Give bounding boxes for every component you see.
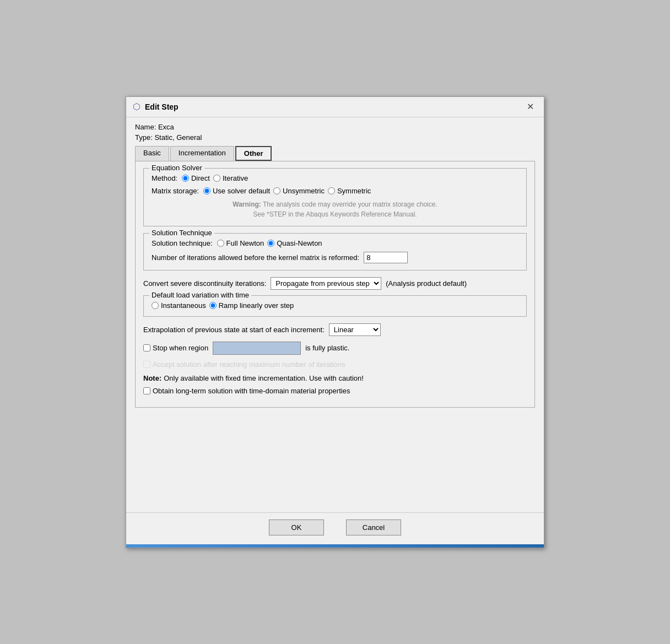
- method-label: Method:: [152, 174, 177, 182]
- technique-radio-group: Full Newton Quasi-Newton: [217, 239, 322, 247]
- warning-text1: The analysis code may override your matr…: [263, 201, 437, 208]
- extrapolation-dropdown[interactable]: Linear Parabolic None WaveForm: [329, 323, 381, 336]
- technique-row: Solution technique: Full Newton Quasi-Ne…: [152, 239, 518, 247]
- warning-label: Warning:: [233, 201, 261, 208]
- type-row: Type: Static, General: [135, 133, 535, 142]
- full-newton-option[interactable]: Full Newton: [217, 239, 264, 247]
- load-variation-radio-group: Instantaneous Ramp linearly over step: [152, 301, 294, 310]
- matrix-symmetric-radio[interactable]: [328, 187, 335, 194]
- method-direct-label: Direct: [191, 174, 210, 182]
- matrix-unsymmetric-radio[interactable]: [273, 187, 280, 194]
- load-variation-title: Default load variation with time: [149, 291, 251, 299]
- stop-region-label: Stop when region: [153, 344, 208, 352]
- extrapolation-label: Extrapolation of previous state at start…: [143, 326, 325, 334]
- ramp-linearly-label: Ramp linearly over step: [219, 301, 294, 310]
- accept-solution-label: Accept solution after reaching maximum n…: [143, 360, 345, 369]
- method-radio-group: Direct Iterative: [182, 174, 248, 182]
- matrix-radio-group: Use solver default Unsymmetric Symmetric: [203, 187, 371, 195]
- matrix-unsymmetric-label: Unsymmetric: [283, 187, 325, 195]
- type-label: Type:: [135, 133, 153, 142]
- dialog-icon: ⬡: [133, 101, 141, 112]
- tab-content-other: Equation Solver Method: Direct Iterative: [135, 161, 535, 408]
- tab-basic[interactable]: Basic: [135, 146, 169, 161]
- stop-region-suffix: is fully plastic.: [305, 344, 349, 352]
- tabs: Basic Incrementation Other: [135, 146, 535, 161]
- obtain-solution-row: Obtain long-term solution with time-doma…: [143, 387, 527, 395]
- type-value: Static, General: [154, 133, 202, 142]
- matrix-row: Matrix storage: Use solver default Unsym…: [152, 187, 518, 195]
- iterations-row: Number of iterations allowed before the …: [152, 252, 518, 263]
- technique-label: Solution technique:: [152, 239, 213, 247]
- edit-step-dialog: ⬡ Edit Step ✕ Name: Exca Type: Static, G…: [126, 96, 544, 548]
- tab-other[interactable]: Other: [235, 146, 272, 161]
- full-newton-label: Full Newton: [226, 239, 264, 247]
- ramp-linearly-option[interactable]: Ramp linearly over step: [209, 301, 294, 310]
- obtain-solution-label[interactable]: Obtain long-term solution with time-doma…: [143, 387, 350, 395]
- obtain-solution-text: Obtain long-term solution with time-doma…: [153, 387, 350, 395]
- method-direct-radio[interactable]: [182, 175, 189, 182]
- bottom-bar: [126, 544, 544, 548]
- solution-technique-group: Solution Technique Solution technique: F…: [143, 233, 527, 270]
- accept-solution-row: Accept solution after reaching maximum n…: [143, 360, 527, 369]
- convert-label: Convert severe discontinuity iterations:: [143, 279, 266, 288]
- full-newton-radio[interactable]: [217, 240, 224, 247]
- ramp-linearly-radio[interactable]: [209, 302, 217, 309]
- equation-solver-title: Equation Solver: [149, 164, 204, 172]
- warning-text2: See *STEP in the Abaqus Keywords Referen…: [253, 210, 417, 218]
- matrix-symmetric-option[interactable]: Symmetric: [328, 187, 371, 195]
- cancel-button[interactable]: Cancel: [346, 519, 401, 535]
- load-variation-row: Instantaneous Ramp linearly over step: [152, 301, 518, 310]
- iterations-label: Number of iterations allowed before the …: [152, 253, 359, 262]
- ok-button[interactable]: OK: [269, 519, 324, 535]
- convert-row: Convert severe discontinuity iterations:…: [143, 277, 527, 290]
- extrapolation-row: Extrapolation of previous state at start…: [143, 323, 527, 336]
- name-label: Name:: [135, 123, 156, 131]
- stop-region-checkbox-label[interactable]: Stop when region: [143, 344, 208, 352]
- dialog-body: Name: Exca Type: Static, General Basic I…: [126, 117, 544, 512]
- title-bar: ⬡ Edit Step ✕: [126, 97, 544, 117]
- matrix-symmetric-label: Symmetric: [337, 187, 371, 195]
- note-label: Note:: [143, 374, 161, 382]
- note-text: Only available with fixed time increment…: [164, 374, 364, 382]
- accept-solution-checkbox: [143, 361, 150, 368]
- analysis-default-text: (Analysis product default): [386, 279, 467, 288]
- solution-technique-title: Solution Technique: [149, 229, 214, 237]
- dialog-title: Edit Step: [145, 102, 179, 111]
- stop-region-row: Stop when region is fully plastic.: [143, 342, 527, 355]
- quasi-newton-radio[interactable]: [267, 240, 274, 247]
- instantaneous-option[interactable]: Instantaneous: [152, 301, 206, 310]
- instantaneous-radio[interactable]: [152, 302, 159, 309]
- method-iterative-radio[interactable]: [213, 175, 220, 182]
- quasi-newton-label: Quasi-Newton: [277, 239, 322, 247]
- convert-dropdown[interactable]: Propagate from previous step Yes No: [271, 277, 381, 290]
- method-direct-option[interactable]: Direct: [182, 174, 210, 182]
- accept-solution-text: Accept solution after reaching maximum n…: [153, 360, 345, 369]
- quasi-newton-option[interactable]: Quasi-Newton: [267, 239, 322, 247]
- close-button[interactable]: ✕: [523, 101, 537, 112]
- name-row: Name: Exca: [135, 123, 535, 131]
- matrix-default-label: Use solver default: [213, 187, 270, 195]
- method-iterative-option[interactable]: Iterative: [213, 174, 248, 182]
- matrix-default-option[interactable]: Use solver default: [203, 187, 270, 195]
- name-value: Exca: [158, 123, 174, 131]
- matrix-unsymmetric-option[interactable]: Unsymmetric: [273, 187, 325, 195]
- method-iterative-label: Iterative: [223, 174, 248, 182]
- equation-solver-group: Equation Solver Method: Direct Iterative: [143, 168, 527, 226]
- matrix-label: Matrix storage:: [152, 187, 199, 195]
- dialog-footer: OK Cancel: [126, 512, 544, 544]
- load-variation-group: Default load variation with time Instant…: [143, 295, 527, 317]
- note-row: Note: Only available with fixed time inc…: [143, 374, 527, 382]
- stop-region-checkbox[interactable]: [143, 344, 150, 351]
- instantaneous-label: Instantaneous: [161, 301, 206, 310]
- region-input[interactable]: [213, 342, 301, 355]
- iterations-input[interactable]: [364, 252, 408, 263]
- tab-incrementation[interactable]: Incrementation: [170, 146, 234, 161]
- matrix-default-radio[interactable]: [203, 187, 210, 194]
- obtain-solution-checkbox[interactable]: [143, 387, 150, 394]
- method-row: Method: Direct Iterative: [152, 174, 518, 182]
- title-bar-left: ⬡ Edit Step: [133, 101, 179, 112]
- warning-block: Warning: The analysis code may override …: [152, 199, 518, 219]
